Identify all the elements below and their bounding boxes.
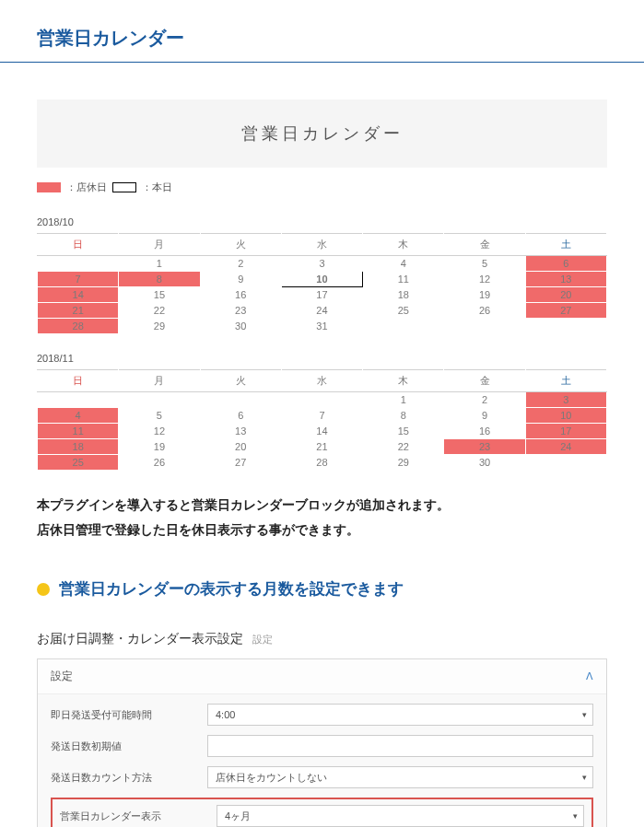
calendar-day: 27 — [525, 303, 606, 319]
legend-today-label: ：本日 — [142, 181, 172, 194]
calendar-day: 1 — [363, 392, 444, 408]
calendar-day: 6 — [525, 256, 606, 272]
calendar-day: 22 — [119, 303, 200, 319]
page-title: 営業日カレンダー — [0, 0, 644, 62]
calendar-day: 21 — [38, 303, 119, 319]
block-title-box: 営業日カレンダー — [37, 99, 607, 168]
calendar-table: 日月火水木金土123456789101112131415161718192021… — [37, 369, 607, 471]
calendar-day: 7 — [281, 408, 362, 424]
settings-row: 営業日カレンダー表示4ヶ月 — [51, 798, 593, 827]
section-heading: 営業日カレンダーの表示する月数を設定できます — [37, 578, 607, 600]
calendar-day: 1 — [119, 256, 200, 272]
calendar-day: 7 — [38, 272, 119, 287]
calendar-day: 14 — [38, 287, 119, 303]
calendar-day: 10 — [525, 408, 606, 424]
settings-title-sub: 設定 — [252, 634, 273, 645]
settings-row-label: 発送日数初期値 — [51, 740, 207, 753]
settings-title-main: お届け日調整・カレンダー表示設定 — [37, 631, 243, 646]
section-heading-text: 営業日カレンダーの表示する月数を設定できます — [59, 578, 404, 600]
settings-panel-header[interactable]: 設定 ᐱ — [38, 659, 606, 694]
calendar-day: 3 — [525, 392, 606, 408]
calendar-day: 5 — [444, 256, 525, 272]
calendar-day: 6 — [200, 408, 281, 424]
calendar-day: 5 — [119, 408, 200, 424]
calendar-day: 24 — [525, 439, 606, 455]
settings-text-input[interactable] — [207, 735, 593, 757]
calendar-day: 21 — [281, 439, 362, 455]
calendar-day: 12 — [119, 424, 200, 439]
calendar-day: 12 — [444, 272, 525, 287]
settings-row: 発送日数カウント方法店休日をカウントしない — [51, 766, 593, 788]
calendar-day — [444, 319, 525, 334]
settings-select[interactable]: 4:00 — [207, 704, 593, 726]
weekday-header: 土 — [525, 234, 606, 256]
calendar-day: 9 — [444, 408, 525, 424]
calendar-day — [525, 455, 606, 471]
calendar-day: 28 — [281, 455, 362, 471]
title-underline — [0, 62, 644, 63]
bullet-dot-icon — [37, 583, 50, 596]
settings-row: 即日発送受付可能時間4:00 — [51, 704, 593, 726]
calendar-day — [38, 256, 119, 272]
settings-select[interactable]: 店休日をカウントしない — [207, 766, 593, 788]
settings-row-label: 即日発送受付可能時間 — [51, 708, 207, 722]
weekday-header: 木 — [363, 234, 444, 256]
settings-panel: 設定 ᐱ 即日発送受付可能時間4:00発送日数初期値発送日数カウント方法店休日を… — [37, 658, 607, 827]
settings-header-label: 設定 — [51, 669, 73, 684]
calendar-day: 23 — [444, 439, 525, 455]
calendar-day: 19 — [119, 439, 200, 455]
calendar-day — [281, 392, 362, 408]
calendar-day: 28 — [38, 319, 119, 334]
calendar-day — [200, 392, 281, 408]
calendar-table: 日月火水木金土123456789101112131415161718192021… — [37, 233, 607, 334]
calendar-day: 29 — [363, 455, 444, 471]
calendar-day — [525, 319, 606, 334]
calendar-day — [38, 392, 119, 408]
calendar-day: 26 — [119, 455, 200, 471]
calendar-day: 20 — [200, 439, 281, 455]
calendar-day: 10 — [281, 272, 362, 287]
calendar-day: 8 — [119, 272, 200, 287]
calendar-legend: ：店休日 ：本日 — [37, 181, 607, 194]
calendar-day: 16 — [444, 424, 525, 439]
calendar-day: 24 — [281, 303, 362, 319]
weekday-header: 水 — [281, 234, 362, 256]
calendar-day: 14 — [281, 424, 362, 439]
weekday-header: 土 — [525, 370, 606, 392]
calendar-day: 30 — [200, 319, 281, 334]
calendar-day: 30 — [444, 455, 525, 471]
weekday-header: 日 — [38, 234, 119, 256]
calendar-day: 4 — [38, 408, 119, 424]
calendar-day: 27 — [200, 455, 281, 471]
calendar-day: 16 — [200, 287, 281, 303]
settings-title: お届け日調整・カレンダー表示設定 設定 — [37, 631, 607, 647]
settings-select[interactable]: 4ヶ月 — [217, 805, 584, 827]
calendar-day: 15 — [119, 287, 200, 303]
calendar-day: 22 — [363, 439, 444, 455]
description: 本プラグインを導入すると営業日カレンダーブロックが追加されます。 店休日管理で登… — [37, 493, 607, 542]
weekday-header: 月 — [119, 370, 200, 392]
calendar-day: 20 — [525, 287, 606, 303]
calendar-day: 15 — [363, 424, 444, 439]
settings-row-label: 発送日数カウント方法 — [51, 771, 207, 785]
calendar-month-label: 2018/10 — [37, 216, 607, 227]
calendar-day — [119, 392, 200, 408]
calendar-day: 25 — [363, 303, 444, 319]
legend-holiday-label: ：店休日 — [66, 181, 107, 194]
calendar-day: 18 — [38, 439, 119, 455]
calendar-day: 13 — [200, 424, 281, 439]
calendar-day: 9 — [200, 272, 281, 287]
weekday-header: 木 — [363, 370, 444, 392]
description-line2: 店休日管理で登録した日を休日表示する事ができます。 — [37, 518, 607, 542]
weekday-header: 日 — [38, 370, 119, 392]
weekday-header: 金 — [444, 234, 525, 256]
today-swatch — [112, 182, 136, 192]
calendar-day: 4 — [363, 256, 444, 272]
calendar-day: 31 — [281, 319, 362, 334]
weekday-header: 火 — [200, 234, 281, 256]
weekday-header: 金 — [444, 370, 525, 392]
caret-up-icon: ᐱ — [586, 670, 593, 682]
calendar-day: 29 — [119, 319, 200, 334]
calendar-day: 11 — [363, 272, 444, 287]
weekday-header: 月 — [119, 234, 200, 256]
